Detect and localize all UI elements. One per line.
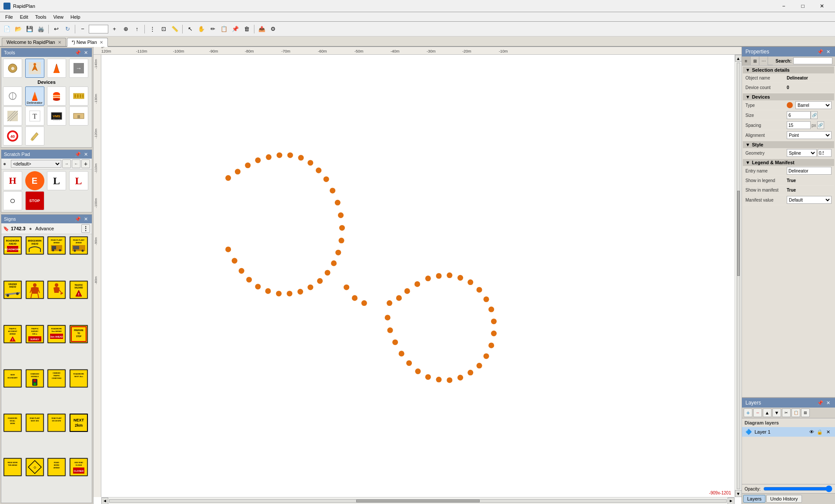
zoom-in-button[interactable]: +	[109, 24, 120, 34]
menu-help[interactable]: Help	[67, 13, 84, 20]
open-button[interactable]: 📂	[13, 24, 23, 34]
props-tab-2[interactable]: ⊞	[751, 56, 759, 65]
scratch-item-e[interactable]: E	[25, 171, 44, 190]
undo-button[interactable]: ↩	[51, 24, 61, 34]
menu-tools[interactable]: Tools	[32, 13, 50, 20]
redo-button[interactable]: ↻	[62, 24, 73, 34]
copy-button[interactable]: 📋	[219, 24, 229, 34]
tab-new-plan[interactable]: *) New Plan ✕	[67, 38, 108, 47]
type-select[interactable]: Barrel	[795, 101, 832, 109]
draw-button[interactable]: ✏	[207, 24, 218, 34]
sign-side-road-closed[interactable]: SIDE ROADCLOSEDCLOSED	[69, 458, 88, 477]
sign-roadwork-next-2km[interactable]: ROADWORKNEXT 2km	[69, 369, 88, 388]
vscroll-down-btn[interactable]: ▼	[735, 490, 742, 497]
signs-close-btn[interactable]: ✕	[82, 216, 89, 222]
layers-close-btn[interactable]: ✕	[825, 399, 832, 406]
select-button[interactable]: ↖	[185, 24, 195, 34]
layer-1-lock-btn[interactable]: 🔒	[816, 428, 823, 435]
sign-road-plant-ahead[interactable]: ROAD PLANTAHEAD	[47, 236, 66, 255]
scratch-select[interactable]: <default>	[11, 160, 61, 168]
tools-close-btn[interactable]: ✕	[82, 49, 89, 56]
layer-item-1[interactable]: 🔷 Layer 1 👁 🔒 ✕	[742, 427, 835, 437]
print-button[interactable]: 🖨️	[36, 24, 46, 34]
sign-road-plant-ahead2[interactable]: ROAD PLANTAHEAD	[69, 236, 88, 255]
scratch-item-l[interactable]: L	[47, 171, 66, 190]
vscroll-thumb[interactable]	[737, 191, 740, 276]
tool-barrier[interactable]: |||	[69, 106, 88, 126]
scratch-pin-btn[interactable]: 📌	[74, 151, 81, 158]
zoom-input[interactable]: 160%	[89, 25, 108, 33]
tool-speed-sign[interactable]: 40	[3, 126, 22, 146]
sign-bridgework-ahead[interactable]: BRIDGEWORKAHEAD	[25, 236, 44, 255]
menu-file[interactable]: File	[2, 13, 17, 20]
sign-road-plant-site[interactable]: ROAD PLANTON 100 SITE	[47, 413, 66, 432]
layer-down-btn[interactable]: ▼	[772, 408, 781, 417]
bottom-tab-layers[interactable]: Layers	[743, 495, 765, 503]
tool-select[interactable]: ⊕	[3, 59, 22, 78]
tool-arrow[interactable]: →	[69, 59, 88, 78]
canvas-wrapper[interactable]: -140m -130m -120m -110m -100m -90m -80m	[94, 55, 741, 504]
tab-new-plan-close[interactable]: ✕	[100, 40, 103, 45]
opacity-slider[interactable]	[763, 486, 832, 491]
tools-pin-btn[interactable]: 📌	[74, 49, 81, 56]
scratch-item-l2[interactable]: L	[69, 171, 88, 190]
entry-name-input[interactable]	[787, 167, 832, 175]
sign-worker[interactable]	[25, 280, 44, 299]
layer-copy-btn[interactable]: ⊞	[801, 408, 810, 417]
tool-pencil[interactable]	[25, 126, 44, 146]
props-pin-btn[interactable]: 📌	[817, 48, 824, 55]
delete-button[interactable]: 🗑	[241, 24, 252, 34]
sign-traffic-hazard[interactable]: TRAFFICHAZARD!	[69, 280, 88, 299]
scratch-import-btn[interactable]: ←	[72, 159, 80, 168]
section-legend-header[interactable]: ▼ Legend & Manifest	[743, 159, 834, 166]
vscroll-up-btn[interactable]: ▲	[735, 55, 742, 62]
section-style-header[interactable]: ▼ Style	[743, 141, 834, 148]
scratch-close-btn[interactable]: ✕	[82, 151, 89, 158]
sign-changed-traffic-conditions[interactable]: CHANGEDTRAFFICCONDITIONS	[47, 369, 66, 388]
tool-delineator-select[interactable]	[3, 86, 22, 106]
scratch-add-btn[interactable]: +	[81, 159, 90, 168]
settings-button[interactable]: ⚙	[268, 24, 278, 34]
sign-next-2km[interactable]: NEXT2km	[69, 413, 88, 432]
tab-welcome[interactable]: Welcome to RapidPlan ✕	[2, 38, 66, 46]
layer-delete-btn[interactable]: −	[753, 408, 762, 417]
grid-button[interactable]: ⋮	[147, 24, 157, 34]
geometry-weight-input[interactable]	[818, 149, 832, 157]
sign-diamond-warning[interactable]: ⬦	[25, 458, 44, 477]
layer-add-btn[interactable]: +	[744, 408, 752, 417]
hscroll-right-btn[interactable]: ►	[728, 497, 735, 504]
tool-hatching[interactable]	[3, 106, 22, 126]
section-devices-header[interactable]: ▼ Devices	[743, 93, 834, 100]
size-input[interactable]	[787, 111, 811, 119]
sign-road-plant-must[interactable]: ROAD PLANTMUST ZEN	[25, 413, 44, 432]
tool-rumble[interactable]	[69, 86, 88, 106]
layer-1-delete-btn[interactable]: ✕	[825, 428, 832, 435]
save-button[interactable]: 💾	[24, 24, 35, 34]
section-selection-header[interactable]: ▼ Selection details	[743, 66, 834, 73]
hscroll-thumb[interactable]	[356, 500, 480, 502]
tool-vms[interactable]: VMS Board	[47, 106, 66, 126]
fit-button[interactable]: ⊕	[120, 24, 131, 34]
menu-view[interactable]: View	[50, 13, 67, 20]
sign-traffic-accident-ahead[interactable]: TRAFFICACCIDENTAHEAD!	[3, 325, 22, 344]
minimize-button[interactable]: −	[774, 0, 793, 12]
zoom-out-button[interactable]: −	[77, 24, 88, 34]
tool-pedestrian[interactable]	[25, 59, 44, 78]
props-tab-3[interactable]: ⋯	[759, 56, 768, 65]
props-close-btn[interactable]: ✕	[825, 48, 832, 55]
paste-button[interactable]: 📌	[230, 24, 240, 34]
hscroll-left-btn[interactable]: ◄	[101, 497, 108, 504]
layers-pin-btn[interactable]: 📌	[817, 399, 824, 406]
layer-paste-btn[interactable]: 📋	[792, 408, 800, 417]
h-scrollbar[interactable]: ◄ ►	[101, 497, 735, 504]
sign-grader-ahead[interactable]: GRADERAHEAD	[3, 280, 22, 299]
scratch-item-h[interactable]: H	[3, 171, 22, 190]
scratch-export-btn[interactable]: →	[62, 159, 71, 168]
scratch-item-circle[interactable]: ○	[3, 191, 22, 210]
canvas-main[interactable]: -909x-1201	[101, 55, 735, 497]
signs-pin-btn[interactable]: 📌	[74, 216, 81, 222]
new-button[interactable]: 📄	[2, 24, 12, 34]
layer-up-btn[interactable]: ▲	[763, 408, 772, 417]
scratch-item-stop[interactable]: STOP	[25, 191, 44, 210]
sign-roadwork-1km-ahead[interactable]: ROADWORK1km AHEAD1km AHEAD	[47, 325, 66, 344]
